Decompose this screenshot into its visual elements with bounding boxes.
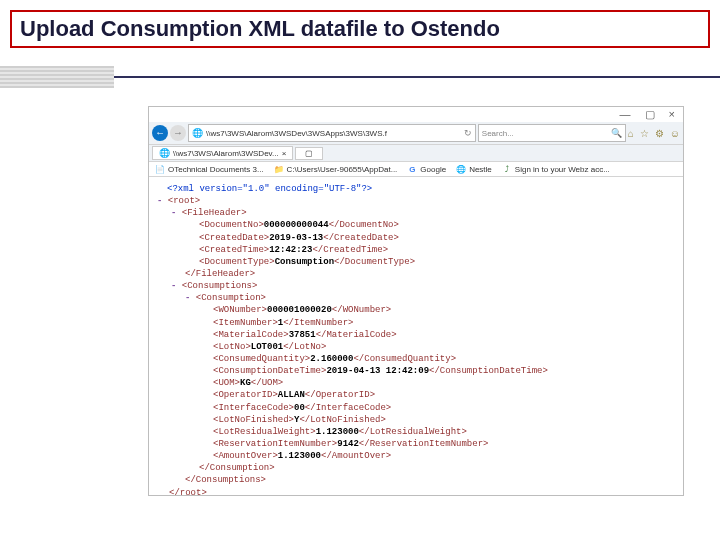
xml-declaration: <?xml version="1.0" encoding="UTF-8"?> — [167, 184, 372, 194]
xml-tag: <CreatedTime> — [199, 245, 269, 255]
xml-tag: <CreatedDate> — [199, 233, 269, 243]
xml-tag: <FileHeader> — [182, 208, 247, 218]
favorite-item[interactable]: 📁 C:\Users\User-90655\AppDat... — [274, 164, 398, 174]
browser-tab[interactable]: 🌐 \\ws7\3WS\Alarom\3WSDev... × — [152, 146, 293, 160]
xml-tag: </DocumentType> — [334, 257, 415, 267]
xml-value: 2019-04-13 12:42:09 — [326, 366, 429, 376]
xml-value: LOT001 — [251, 342, 283, 352]
feedback-icon[interactable]: ☺ — [670, 128, 680, 139]
search-input[interactable]: Search... 🔍 — [478, 124, 626, 142]
favorite-label: Google — [420, 165, 446, 174]
xml-tag: <ConsumptionDateTime> — [213, 366, 326, 376]
xml-tag: <ItemNumber> — [213, 318, 278, 328]
favorite-label: OTechnical Documents 3... — [168, 165, 264, 174]
signin-icon: ⤴ — [502, 164, 512, 174]
slide-title: Upload Consumption XML datafile to Osten… — [20, 16, 700, 42]
address-url-text: \\ws7\3WS\Alarom\3WSDev\3WSApps\3WS\3WS.… — [206, 129, 387, 138]
xml-tag: </OperatorID> — [305, 390, 375, 400]
favorite-item[interactable]: 🌐 Nestle — [456, 164, 492, 174]
xml-tag: <DocumentType> — [199, 257, 275, 267]
xml-tag: </Consumptions> — [185, 475, 266, 485]
accent-bar — [0, 66, 720, 88]
xml-tag: <LotNoFinished> — [213, 415, 294, 425]
xml-tag: </ItemNumber> — [283, 318, 353, 328]
new-tab-button[interactable]: ▢ — [295, 147, 323, 160]
favorite-item[interactable]: ⤴ Sign in to your Webz acc... — [502, 164, 610, 174]
collapse-toggle[interactable]: - — [185, 293, 190, 303]
tab-close-icon[interactable]: × — [282, 149, 287, 158]
xml-tag: </LotNoFinished> — [299, 415, 385, 425]
xml-value: ALLAN — [278, 390, 305, 400]
address-input[interactable]: 🌐 \\ws7\3WS\Alarom\3WSDev\3WSApps\3WS\3W… — [188, 124, 476, 142]
refresh-button[interactable]: ↻ — [464, 128, 472, 138]
xml-tag: <LotResidualWeight> — [213, 427, 316, 437]
doc-icon: 📄 — [155, 164, 165, 174]
xml-value: 2.160000 — [310, 354, 353, 364]
xml-tag: <AmountOver> — [213, 451, 278, 461]
xml-tag: </Consumption> — [199, 463, 275, 473]
xml-tag: <WONumber> — [213, 305, 267, 315]
minimize-button[interactable]: — — [620, 109, 631, 120]
xml-tag: </MaterialCode> — [316, 330, 397, 340]
address-bar-row: ← → 🌐 \\ws7\3WS\Alarom\3WSDev\3WSApps\3W… — [149, 122, 683, 145]
xml-tag: <UOM> — [213, 378, 240, 388]
close-button[interactable]: × — [669, 109, 675, 120]
tab-icon: 🌐 — [159, 148, 170, 158]
google-icon: G — [407, 164, 417, 174]
xml-value: 9142 — [337, 439, 359, 449]
favorites-icon[interactable]: ☆ — [640, 128, 649, 139]
xml-tag: </UOM> — [251, 378, 283, 388]
xml-tag: </CreatedTime> — [312, 245, 388, 255]
xml-tag: </FileHeader> — [185, 269, 255, 279]
xml-tag: <ReservationItemNumber> — [213, 439, 337, 449]
xml-tag: </LotNo> — [283, 342, 326, 352]
xml-tag: <root> — [168, 196, 200, 206]
xml-tag: <Consumption> — [196, 293, 266, 303]
xml-tag: <MaterialCode> — [213, 330, 289, 340]
home-icon[interactable]: ⌂ — [628, 128, 634, 139]
xml-tag: <InterfaceCode> — [213, 403, 294, 413]
xml-tag: </root> — [169, 488, 207, 496]
xml-tag: <OperatorID> — [213, 390, 278, 400]
collapse-toggle[interactable]: - — [171, 281, 176, 291]
xml-tag: </LotResidualWeight> — [359, 427, 467, 437]
xml-tag: </ConsumedQuantity> — [353, 354, 456, 364]
xml-value: 37851 — [289, 330, 316, 340]
browser-window: — ▢ × ← → 🌐 \\ws7\3WS\Alarom\3WSDev\3WSA… — [148, 106, 684, 496]
accent-thick — [0, 66, 114, 88]
favorite-label: Nestle — [469, 165, 492, 174]
favorites-bar: 📄 OTechnical Documents 3... 📁 C:\Users\U… — [149, 162, 683, 177]
favorite-item[interactable]: 📄 OTechnical Documents 3... — [155, 164, 264, 174]
xml-content-pane: <?xml version="1.0" encoding="UTF-8"?> -… — [149, 177, 683, 496]
right-icon-group: ⌂ ☆ ⚙ ☺ — [628, 128, 680, 139]
xml-value: 2019-03-13 — [269, 233, 323, 243]
xml-tag: <ConsumedQuantity> — [213, 354, 310, 364]
collapse-toggle[interactable]: - — [171, 208, 176, 218]
xml-value: 1.123000 — [316, 427, 359, 437]
window-controls: — ▢ × — [149, 107, 683, 122]
xml-value: 1.123000 — [278, 451, 321, 461]
tab-row: 🌐 \\ws7\3WS\Alarom\3WSDev... × ▢ — [149, 145, 683, 162]
search-placeholder-text: Search... — [482, 129, 514, 138]
xml-tag: </CreatedDate> — [323, 233, 399, 243]
maximize-button[interactable]: ▢ — [645, 109, 655, 120]
xml-tag: <LotNo> — [213, 342, 251, 352]
search-icon[interactable]: 🔍 — [611, 128, 622, 138]
xml-tag: <DocumentNo> — [199, 220, 264, 230]
slide-title-box: Upload Consumption XML datafile to Osten… — [10, 10, 710, 48]
favorite-label: C:\Users\User-90655\AppDat... — [287, 165, 398, 174]
accent-thin — [114, 76, 720, 78]
collapse-toggle[interactable]: - — [157, 196, 162, 206]
xml-tag: </ReservationItemNumber> — [359, 439, 489, 449]
page-icon: 🌐 — [192, 128, 203, 138]
xml-tag: <Consumptions> — [182, 281, 258, 291]
xml-tag: </DocumentNo> — [329, 220, 399, 230]
forward-button[interactable]: → — [170, 125, 186, 141]
xml-value: Consumption — [275, 257, 334, 267]
xml-tag: </AmountOver> — [321, 451, 391, 461]
tools-icon[interactable]: ⚙ — [655, 128, 664, 139]
xml-value: 12:42:23 — [269, 245, 312, 255]
back-button[interactable]: ← — [152, 125, 168, 141]
tab-label: \\ws7\3WS\Alarom\3WSDev... — [173, 149, 279, 158]
favorite-item[interactable]: G Google — [407, 164, 446, 174]
